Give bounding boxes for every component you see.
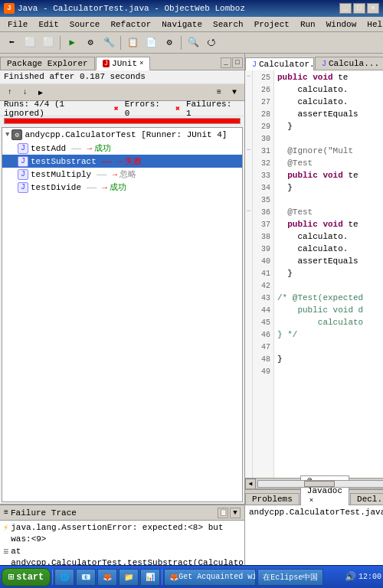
junit-prev-fail-btn[interactable]: ↑ xyxy=(3,87,17,99)
test-item-testMultiply-icon: J xyxy=(18,169,28,180)
editor-tab-calcula-label: Calcula... xyxy=(329,59,379,68)
junit-failure-icon: ✖ xyxy=(175,104,180,113)
code-editor[interactable]: − − − 25 26 27 28 29 30 xyxy=(245,70,383,478)
toolbar-run[interactable]: ▶ xyxy=(64,34,80,51)
junit-view-menu-btn[interactable]: ▼ xyxy=(228,87,241,99)
left-tab-strip: Package Explorer J JUnit × _ □ xyxy=(0,54,244,70)
code-line-43: /* @Test(expected xyxy=(277,292,383,305)
window-title: Java - CalculatorTest.java - ObjectWeb L… xyxy=(18,4,245,13)
test-item-testDivide[interactable]: J testDivide —— → 成功 xyxy=(2,181,242,194)
menu-file[interactable]: File xyxy=(3,19,32,30)
toolbar-btn-5[interactable]: 🔧 xyxy=(100,34,117,51)
code-line-25: public void te xyxy=(277,72,383,84)
menu-search[interactable]: Search xyxy=(208,19,248,30)
tab-junit[interactable]: J JUnit × xyxy=(96,57,151,70)
taskbar-item-outlook[interactable]: 📧 xyxy=(76,569,96,586)
minimize-panel-btn[interactable]: _ xyxy=(221,57,231,68)
tab-problems[interactable]: Problems xyxy=(245,493,300,505)
test-item-testSubstract-result: 失败 xyxy=(125,155,142,167)
code-line-49 xyxy=(277,366,383,378)
junit-next-fail-btn[interactable]: ↓ xyxy=(18,87,32,99)
taskbar-item-extra[interactable]: 📊 xyxy=(140,569,160,586)
taskbar-item-ie[interactable]: 🌐 xyxy=(54,569,74,586)
menu-window[interactable]: Window xyxy=(322,19,362,30)
sys-tray-clock: 12:00 xyxy=(358,573,381,581)
code-line-40: assertEquals xyxy=(277,256,383,268)
test-tree[interactable]: ▼ ⚙ andycpp.CalculatorTest [Runner: JUni… xyxy=(2,127,243,502)
code-line-45: calculato xyxy=(277,317,383,329)
taskbar-item-browser[interactable]: 🦊 Get Acquainted with t... xyxy=(164,569,256,586)
tab-problems-label: Problems xyxy=(252,495,293,504)
scrollbar-track[interactable] xyxy=(257,480,383,488)
code-content[interactable]: public void te calculato. calculato. ass… xyxy=(274,70,383,478)
tab-javadoc-close[interactable]: × xyxy=(309,497,313,505)
junit-error-icon: ✖ xyxy=(114,104,119,113)
editor-tab-calcula[interactable]: J Calcula... xyxy=(315,57,383,70)
toolbar-btn-6[interactable]: 📋 xyxy=(124,34,141,51)
scrollbar-thumb[interactable] xyxy=(304,481,335,487)
taskbar-item-folder[interactable]: 📁 xyxy=(119,569,139,586)
failure-trace-panel: ≡ Failure Trace 📋 ▼ ⚡ java.lang.Assertio… xyxy=(0,504,244,565)
taskbar-item-eclipse[interactable]: 在Eclipse中国 xyxy=(257,569,323,586)
trace-stack-icon: ≡ xyxy=(3,546,8,559)
test-item-testSubstract-label: testSubstract xyxy=(31,157,97,166)
menu-project[interactable]: Project xyxy=(250,19,294,30)
toolbar-btn-10[interactable]: ⭯ xyxy=(203,34,220,51)
junit-progress-fill xyxy=(5,119,240,123)
test-item-testDivide-label: testDivide xyxy=(31,183,81,192)
toolbar-btn-1[interactable]: ⬅ xyxy=(3,34,20,51)
tab-decl[interactable]: Decl... xyxy=(350,493,383,505)
menu-navigate[interactable]: Navigate xyxy=(157,19,207,30)
junit-rerun-btn[interactable]: ▶ xyxy=(34,87,47,99)
trace-line-2-text: at andycpp.CalculatorTest.testSubstract(… xyxy=(11,546,244,565)
code-line-30 xyxy=(277,133,383,145)
trace-line-1-text: java.lang.AssertionError: expected:<8> b… xyxy=(11,522,241,546)
start-button[interactable]: ⊞ start xyxy=(2,568,51,586)
toolbar-btn-4[interactable]: ⚙ xyxy=(82,34,99,51)
menu-edit[interactable]: Edit xyxy=(34,19,63,30)
maximize-panel-btn[interactable]: □ xyxy=(232,57,243,68)
maximize-button[interactable]: □ xyxy=(353,3,365,14)
code-line-31: @Ignore("Mult xyxy=(277,145,383,158)
code-line-38: calculato. xyxy=(277,231,383,243)
toolbar-btn-3[interactable]: ⬜ xyxy=(40,34,57,51)
menu-source[interactable]: Source xyxy=(65,19,105,30)
test-item-testMultiply[interactable]: J testMultiply —— → 忽略 xyxy=(2,168,242,181)
editor-tab-calculator-icon: J xyxy=(252,60,257,69)
menu-run[interactable]: Run xyxy=(296,19,320,30)
test-suite-row[interactable]: ▼ ⚙ andycpp.CalculatorTest [Runner: JUni… xyxy=(2,128,242,142)
tab-package-explorer[interactable]: Package Explorer xyxy=(0,57,95,70)
toolbar-btn-8[interactable]: ⚙ xyxy=(161,34,178,51)
failure-trace-menu-btn[interactable]: ▼ xyxy=(230,508,241,518)
junit-runs: Runs: 4/4 (1 ignored) xyxy=(4,100,108,118)
taskbar-folder-icon: 📁 xyxy=(124,573,133,582)
toolbar-btn-7[interactable]: 📄 xyxy=(142,34,159,51)
editor-tab-calculator[interactable]: J Calculator.java xyxy=(245,57,314,70)
code-horizontal-scrollbar[interactable]: ◀ ▶ xyxy=(245,478,383,488)
junit-show-options-btn[interactable]: ≡ xyxy=(212,87,226,99)
toolbar-btn-2[interactable]: ⬜ xyxy=(21,34,38,51)
collapse-gutter: − − − xyxy=(245,70,253,478)
minimize-button[interactable]: _ xyxy=(339,3,352,14)
test-item-testAdd-label: testAdd xyxy=(31,144,66,153)
menu-refactor[interactable]: Refactor xyxy=(106,19,155,30)
toolbar: ⬅ ⬜ ⬜ ▶ ⚙ 🔧 📋 📄 ⚙ 🔍 ⭯ xyxy=(0,32,383,54)
toolbar-btn-9[interactable]: 🔍 xyxy=(185,34,201,51)
trace-error-icon: ⚡ xyxy=(3,522,8,535)
tab-junit-close[interactable]: × xyxy=(139,60,143,67)
trace-line-1: ⚡ java.lang.AssertionError: expected:<8>… xyxy=(3,522,241,546)
menu-help[interactable]: Help xyxy=(362,19,383,30)
code-line-48: } xyxy=(277,354,383,366)
test-item-testSubstract[interactable]: J testSubstract —— → 失败 xyxy=(2,155,242,168)
code-line-44: public void d xyxy=(277,305,383,317)
close-button[interactable]: × xyxy=(367,3,379,14)
tab-package-explorer-label: Package Explorer xyxy=(7,59,88,68)
tab-junit-label: JUnit xyxy=(112,59,137,68)
failure-trace-copy-btn[interactable]: 📋 xyxy=(218,508,228,518)
scroll-left-btn[interactable]: ◀ xyxy=(245,479,256,489)
taskbar-item-ff[interactable]: 🦊 xyxy=(97,569,117,586)
taskbar-system-tray: 🔊 12:00 xyxy=(345,571,381,583)
code-line-41: } xyxy=(277,268,383,280)
test-item-testAdd[interactable]: J testAdd —— → 成功 xyxy=(2,142,242,155)
failure-trace-label: Failure Trace xyxy=(11,508,77,518)
